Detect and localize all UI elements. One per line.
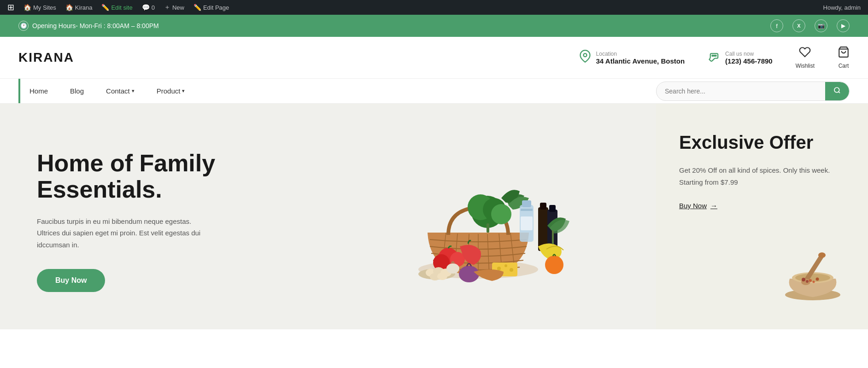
svg-point-5 [834, 88, 839, 93]
svg-point-35 [437, 273, 447, 280]
nav-item-home[interactable]: Home [18, 79, 59, 103]
nav-item-contact[interactable]: Contact ▾ [95, 79, 146, 103]
location-contact: Location 34 Atlantic Avenue, Boston [579, 50, 685, 65]
exclusive-offer-description: Get 20% Off on all kind of spices. Only … [679, 164, 845, 188]
location-label: Location [596, 51, 685, 57]
svg-point-38 [497, 267, 501, 270]
location-text: Location 34 Atlantic Avenue, Boston [596, 51, 685, 65]
wishlist-label: Wishlist [796, 63, 815, 69]
phone-icon [708, 50, 721, 65]
spice-image-container [679, 228, 845, 302]
edit-site-label: Edit site [111, 4, 132, 11]
my-sites-label: My Sites [33, 4, 56, 11]
instagram-icon[interactable]: 📷 [815, 19, 827, 32]
hero-content: Home of Family Essentials. Faucibus turp… [37, 150, 319, 292]
nav-search [656, 82, 850, 101]
edit-page-item[interactable]: ✏️ Edit Page [190, 0, 233, 15]
facebook-icon[interactable]: f [770, 19, 783, 32]
exclusive-buy-now-link[interactable]: Buy Now → [679, 202, 845, 210]
svg-point-3 [715, 55, 716, 56]
nav-item-blog[interactable]: Blog [59, 79, 95, 103]
svg-rect-21 [521, 209, 533, 211]
svg-point-36 [459, 266, 479, 282]
nav-items: Home Blog Contact ▾ Product ▾ [18, 79, 196, 103]
new-item[interactable]: ＋ New [160, 0, 188, 15]
twitter-icon[interactable]: X [792, 19, 805, 32]
location-icon [579, 50, 592, 65]
search-input[interactable] [657, 83, 825, 99]
wishlist-action[interactable]: Wishlist [796, 46, 815, 69]
mortar-pestle-illustration [780, 246, 845, 302]
site-header: KIRANA Location 34 Atlantic Avenue, Bost… [0, 37, 868, 79]
hero-title: Home of Family Essentials. [37, 150, 319, 203]
svg-point-1 [712, 55, 713, 56]
svg-point-50 [802, 278, 805, 281]
youtube-icon[interactable]: ▶ [837, 19, 850, 32]
svg-point-43 [446, 263, 459, 274]
heart-icon [799, 46, 811, 61]
svg-point-17 [491, 204, 511, 224]
hero-image [337, 140, 619, 302]
edit-page-label: Edit Page [203, 4, 229, 11]
social-icons-container: f X 📷 ▶ [770, 19, 850, 32]
wp-logo-item[interactable]: ⊞ [4, 0, 18, 15]
svg-rect-26 [549, 205, 556, 212]
svg-rect-41 [552, 230, 554, 244]
search-button[interactable] [825, 82, 849, 100]
hero-section: Home of Family Essentials. Faucibus turp… [0, 104, 868, 329]
comments-count: 0 [152, 4, 155, 11]
my-sites-item[interactable]: 🏠 My Sites [20, 0, 60, 15]
svg-point-52 [816, 278, 819, 281]
svg-point-39 [504, 264, 507, 267]
admin-user-item[interactable]: Howdy, admin [820, 0, 864, 15]
opening-hours-container: 🕐 Opening Hours- Mon-Fri : 8:00AM – 8:00… [18, 21, 159, 31]
opening-hours-text: Opening Hours- Mon-Fri : 8:00AM – 8:00PM [32, 22, 159, 29]
exclusive-offer-title: Exclusive Offer [679, 131, 845, 153]
new-label: New [172, 4, 184, 11]
svg-rect-22 [521, 216, 533, 230]
phone-contact: Call us now (123) 456-7890 [708, 50, 773, 65]
exclusive-offer-panel: Exclusive Offer Get 20% Off on all kind … [656, 104, 868, 329]
svg-point-2 [714, 55, 715, 56]
phone-text: Call us now (123) 456-7890 [725, 51, 773, 65]
kirana-label: Kirana [75, 4, 93, 11]
top-info-bar: 🕐 Opening Hours- Mon-Fri : 8:00AM – 8:00… [0, 15, 868, 37]
arrow-icon: → [710, 202, 717, 210]
clock-icon: 🕐 [18, 21, 29, 31]
hero-description: Faucibus turpis in eu mi bibendum neque … [37, 216, 212, 251]
call-label: Call us now [725, 51, 773, 57]
wp-admin-bar: ⊞ 🏠 My Sites 🏠 Kirana ✏️ Edit site 💬 0 ＋… [0, 0, 868, 15]
svg-rect-24 [540, 203, 546, 210]
svg-point-46 [795, 274, 830, 282]
cart-label: Cart [839, 63, 849, 69]
nav-item-product[interactable]: Product ▾ [146, 79, 196, 103]
svg-rect-18 [487, 223, 489, 233]
svg-point-49 [818, 252, 826, 258]
cart-icon [838, 46, 850, 61]
admin-bar-right: Howdy, admin [820, 0, 864, 15]
kirana-item[interactable]: 🏠 Kirana [62, 0, 96, 15]
svg-point-51 [809, 279, 812, 282]
svg-point-42 [545, 256, 563, 274]
hero-buy-now-button[interactable]: Buy Now [37, 269, 105, 292]
buy-now-label: Buy Now [679, 202, 707, 210]
svg-point-40 [510, 268, 513, 272]
comments-item[interactable]: 💬 0 [138, 0, 158, 15]
cart-action[interactable]: Cart [838, 46, 850, 69]
search-box [656, 82, 850, 101]
svg-point-0 [583, 53, 586, 57]
site-nav: Home Blog Contact ▾ Product ▾ [0, 79, 868, 104]
edit-site-item[interactable]: ✏️ Edit site [98, 0, 136, 15]
site-logo[interactable]: KIRANA [18, 50, 74, 65]
location-value: 34 Atlantic Avenue, Boston [596, 57, 685, 65]
hero-main: Home of Family Essentials. Faucibus turp… [0, 104, 656, 329]
call-value: (123) 456-7890 [725, 57, 773, 65]
svg-point-53 [806, 280, 809, 283]
svg-rect-20 [522, 200, 531, 207]
grocery-illustration [381, 140, 575, 302]
product-dropdown-icon: ▾ [182, 88, 185, 94]
contact-dropdown-icon: ▾ [132, 88, 135, 94]
header-right: Location 34 Atlantic Avenue, Boston Call… [579, 46, 850, 69]
svg-point-54 [813, 281, 815, 283]
